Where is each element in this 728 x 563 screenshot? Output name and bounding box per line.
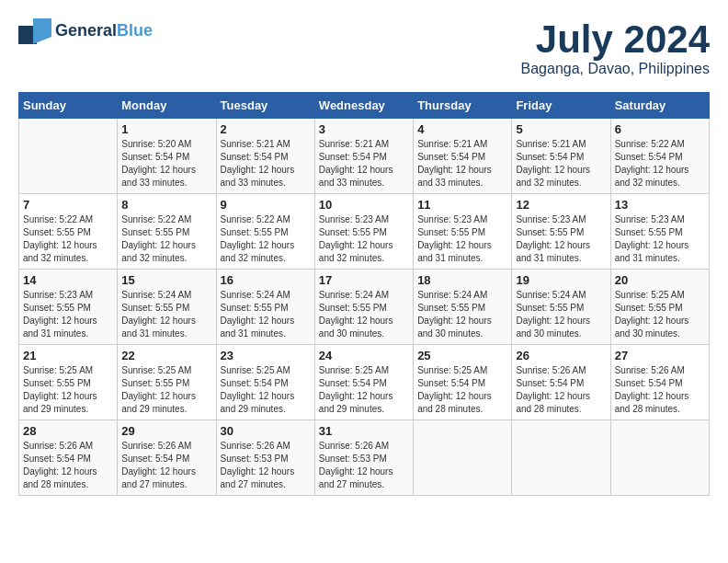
day-cell: 21Sunrise: 5:25 AM Sunset: 5:55 PM Dayli…	[19, 345, 118, 420]
day-number: 22	[121, 349, 211, 362]
day-cell: 17Sunrise: 5:24 AM Sunset: 5:55 PM Dayli…	[314, 270, 413, 345]
day-number: 27	[615, 349, 705, 362]
day-cell: 16Sunrise: 5:24 AM Sunset: 5:55 PM Dayli…	[216, 270, 314, 345]
day-cell: 25Sunrise: 5:25 AM Sunset: 5:54 PM Dayli…	[414, 345, 512, 420]
day-info: Sunrise: 5:24 AM Sunset: 5:55 PM Dayligh…	[121, 289, 211, 340]
svg-marker-1	[33, 18, 51, 44]
day-number: 15	[121, 273, 211, 287]
day-info: Sunrise: 5:25 AM Sunset: 5:54 PM Dayligh…	[319, 364, 409, 416]
day-number: 3	[319, 122, 409, 136]
day-number: 4	[417, 122, 507, 136]
day-number: 16	[221, 273, 311, 287]
day-number: 28	[23, 424, 113, 438]
week-row-4: 21Sunrise: 5:25 AM Sunset: 5:55 PM Dayli…	[19, 345, 710, 420]
day-cell: 22Sunrise: 5:25 AM Sunset: 5:55 PM Dayli…	[118, 345, 216, 420]
day-number: 13	[615, 198, 705, 212]
day-number: 9	[221, 198, 311, 212]
calendar-table: SundayMondayTuesdayWednesdayThursdayFrid…	[18, 92, 710, 496]
day-cell: 1Sunrise: 5:20 AM Sunset: 5:54 PM Daylig…	[118, 119, 216, 194]
day-number: 29	[121, 424, 211, 438]
day-info: Sunrise: 5:23 AM Sunset: 5:55 PM Dayligh…	[417, 213, 507, 265]
day-cell: 27Sunrise: 5:26 AM Sunset: 5:54 PM Dayli…	[610, 345, 709, 420]
logo: GeneralBlue	[18, 18, 153, 44]
day-info: Sunrise: 5:21 AM Sunset: 5:54 PM Dayligh…	[417, 138, 507, 190]
day-cell	[610, 420, 709, 496]
day-cell: 30Sunrise: 5:26 AM Sunset: 5:53 PM Dayli…	[216, 420, 314, 496]
logo-blue: Blue	[117, 21, 153, 40]
day-number: 5	[516, 122, 606, 136]
day-number: 2	[221, 122, 311, 136]
day-number: 23	[221, 349, 311, 362]
day-cell: 15Sunrise: 5:24 AM Sunset: 5:55 PM Dayli…	[118, 270, 216, 345]
day-number: 17	[319, 273, 409, 287]
column-header-saturday: Saturday	[610, 93, 709, 119]
day-cell: 6Sunrise: 5:22 AM Sunset: 5:54 PM Daylig…	[610, 119, 709, 194]
day-cell: 29Sunrise: 5:26 AM Sunset: 5:54 PM Dayli…	[118, 420, 216, 496]
week-row-5: 28Sunrise: 5:26 AM Sunset: 5:54 PM Dayli…	[19, 420, 710, 496]
day-number: 10	[319, 198, 409, 212]
day-number: 14	[23, 273, 113, 287]
day-cell: 2Sunrise: 5:21 AM Sunset: 5:54 PM Daylig…	[216, 119, 314, 194]
day-info: Sunrise: 5:20 AM Sunset: 5:54 PM Dayligh…	[121, 138, 211, 190]
day-info: Sunrise: 5:25 AM Sunset: 5:54 PM Dayligh…	[417, 364, 507, 416]
day-number: 24	[319, 349, 409, 362]
column-header-wednesday: Wednesday	[314, 93, 413, 119]
calendar-header: SundayMondayTuesdayWednesdayThursdayFrid…	[19, 93, 710, 119]
day-cell: 3Sunrise: 5:21 AM Sunset: 5:54 PM Daylig…	[314, 119, 413, 194]
day-cell: 19Sunrise: 5:24 AM Sunset: 5:55 PM Dayli…	[512, 270, 610, 345]
day-info: Sunrise: 5:24 AM Sunset: 5:55 PM Dayligh…	[516, 289, 606, 340]
day-info: Sunrise: 5:24 AM Sunset: 5:55 PM Dayligh…	[221, 289, 311, 340]
day-info: Sunrise: 5:25 AM Sunset: 5:55 PM Dayligh…	[615, 289, 705, 340]
day-info: Sunrise: 5:23 AM Sunset: 5:55 PM Dayligh…	[23, 289, 113, 340]
day-number: 18	[417, 273, 507, 287]
page-header: GeneralBlue July 2024 Baganga, Davao, Ph…	[18, 18, 710, 77]
day-cell: 8Sunrise: 5:22 AM Sunset: 5:55 PM Daylig…	[118, 194, 216, 270]
day-number: 7	[23, 198, 113, 212]
month-year: July 2024	[521, 18, 710, 61]
logo-general: General	[55, 21, 117, 40]
title-block: July 2024 Baganga, Davao, Philippines	[521, 18, 710, 77]
day-info: Sunrise: 5:26 AM Sunset: 5:54 PM Dayligh…	[121, 440, 211, 491]
day-info: Sunrise: 5:25 AM Sunset: 5:54 PM Dayligh…	[221, 364, 311, 416]
day-info: Sunrise: 5:22 AM Sunset: 5:55 PM Dayligh…	[23, 213, 113, 265]
day-info: Sunrise: 5:25 AM Sunset: 5:55 PM Dayligh…	[23, 364, 113, 416]
calendar-body: 1Sunrise: 5:20 AM Sunset: 5:54 PM Daylig…	[19, 119, 710, 496]
day-number: 11	[417, 198, 507, 212]
day-cell: 12Sunrise: 5:23 AM Sunset: 5:55 PM Dayli…	[512, 194, 610, 270]
day-cell: 9Sunrise: 5:22 AM Sunset: 5:55 PM Daylig…	[216, 194, 314, 270]
day-cell: 13Sunrise: 5:23 AM Sunset: 5:55 PM Dayli…	[610, 194, 709, 270]
day-info: Sunrise: 5:21 AM Sunset: 5:54 PM Dayligh…	[319, 138, 409, 190]
day-cell: 23Sunrise: 5:25 AM Sunset: 5:54 PM Dayli…	[216, 345, 314, 420]
day-info: Sunrise: 5:25 AM Sunset: 5:55 PM Dayligh…	[121, 364, 211, 416]
day-number: 6	[615, 122, 705, 136]
day-info: Sunrise: 5:26 AM Sunset: 5:54 PM Dayligh…	[615, 364, 705, 416]
day-info: Sunrise: 5:22 AM Sunset: 5:55 PM Dayligh…	[121, 213, 211, 265]
day-number: 25	[417, 349, 507, 362]
week-row-2: 7Sunrise: 5:22 AM Sunset: 5:55 PM Daylig…	[19, 194, 710, 270]
day-info: Sunrise: 5:22 AM Sunset: 5:55 PM Dayligh…	[221, 213, 311, 265]
day-cell: 24Sunrise: 5:25 AM Sunset: 5:54 PM Dayli…	[314, 345, 413, 420]
day-info: Sunrise: 5:26 AM Sunset: 5:53 PM Dayligh…	[319, 440, 409, 491]
day-cell: 28Sunrise: 5:26 AM Sunset: 5:54 PM Dayli…	[19, 420, 118, 496]
column-header-monday: Monday	[118, 93, 216, 119]
column-header-thursday: Thursday	[414, 93, 512, 119]
day-cell: 7Sunrise: 5:22 AM Sunset: 5:55 PM Daylig…	[19, 194, 118, 270]
day-info: Sunrise: 5:26 AM Sunset: 5:53 PM Dayligh…	[221, 440, 311, 491]
day-cell: 11Sunrise: 5:23 AM Sunset: 5:55 PM Dayli…	[414, 194, 512, 270]
day-cell: 4Sunrise: 5:21 AM Sunset: 5:54 PM Daylig…	[414, 119, 512, 194]
day-cell	[19, 119, 118, 194]
column-header-tuesday: Tuesday	[216, 93, 314, 119]
day-info: Sunrise: 5:24 AM Sunset: 5:55 PM Dayligh…	[319, 289, 409, 340]
day-number: 30	[221, 424, 311, 438]
day-info: Sunrise: 5:24 AM Sunset: 5:55 PM Dayligh…	[417, 289, 507, 340]
day-cell: 20Sunrise: 5:25 AM Sunset: 5:55 PM Dayli…	[610, 270, 709, 345]
day-cell: 10Sunrise: 5:23 AM Sunset: 5:55 PM Dayli…	[314, 194, 413, 270]
day-cell	[414, 420, 512, 496]
header-row: SundayMondayTuesdayWednesdayThursdayFrid…	[19, 93, 710, 119]
day-number: 31	[319, 424, 409, 438]
day-number: 21	[23, 349, 113, 362]
day-info: Sunrise: 5:23 AM Sunset: 5:55 PM Dayligh…	[615, 213, 705, 265]
day-number: 20	[615, 273, 705, 287]
day-cell	[512, 420, 610, 496]
day-info: Sunrise: 5:21 AM Sunset: 5:54 PM Dayligh…	[516, 138, 606, 190]
